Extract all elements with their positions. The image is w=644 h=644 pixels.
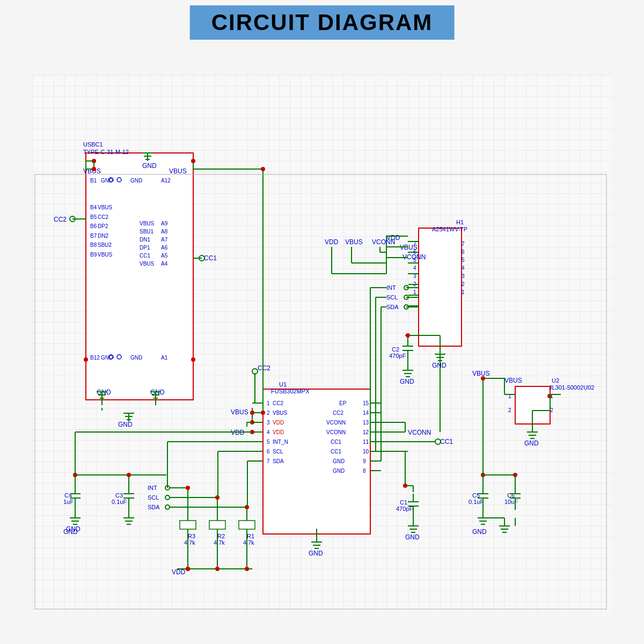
svg-text:A2541WV-7P: A2541WV-7P bbox=[432, 226, 467, 232]
svg-text:1uF: 1uF bbox=[63, 499, 74, 505]
svg-text:GND: GND bbox=[400, 378, 414, 385]
svg-text:B7: B7 bbox=[90, 233, 97, 239]
svg-text:R1: R1 bbox=[247, 533, 254, 539]
svg-text:C3: C3 bbox=[115, 492, 123, 499]
svg-point-346 bbox=[261, 411, 265, 415]
svg-text:VDD: VDD bbox=[325, 238, 339, 246]
svg-text:4.7k: 4.7k bbox=[184, 539, 195, 546]
svg-point-370 bbox=[186, 567, 190, 571]
svg-text:3: 3 bbox=[267, 420, 270, 426]
svg-point-277 bbox=[165, 495, 170, 500]
svg-text:0.1uF: 0.1uF bbox=[469, 499, 484, 505]
svg-text:CC1: CC1 bbox=[140, 253, 150, 259]
svg-text:C2: C2 bbox=[392, 346, 399, 353]
svg-text:SDA: SDA bbox=[386, 304, 399, 310]
svg-text:VBUS: VBUS bbox=[472, 370, 490, 377]
svg-text:GND: GND bbox=[142, 162, 157, 170]
svg-text:1: 1 bbox=[267, 400, 270, 406]
svg-point-278 bbox=[165, 505, 170, 509]
svg-text:6: 6 bbox=[267, 449, 270, 455]
svg-text:GND: GND bbox=[333, 458, 345, 464]
svg-text:C1: C1 bbox=[400, 499, 407, 506]
svg-text:VBUS: VBUS bbox=[273, 410, 288, 416]
svg-text:DP2: DP2 bbox=[98, 223, 108, 229]
svg-text:VBUS: VBUS bbox=[231, 408, 248, 416]
svg-rect-0 bbox=[86, 153, 193, 400]
svg-point-272 bbox=[245, 567, 249, 571]
svg-text:12: 12 bbox=[363, 429, 369, 435]
svg-text:VCONN: VCONN bbox=[326, 429, 346, 435]
svg-text:15: 15 bbox=[363, 400, 369, 406]
svg-text:4.7k: 4.7k bbox=[214, 539, 225, 546]
svg-text:VDD: VDD bbox=[273, 429, 284, 435]
svg-text:R2: R2 bbox=[217, 533, 225, 539]
svg-text:GND: GND bbox=[333, 468, 345, 474]
svg-text:SDA: SDA bbox=[148, 504, 160, 510]
svg-text:5: 5 bbox=[267, 439, 270, 445]
svg-text:INT: INT bbox=[386, 284, 396, 291]
svg-rect-257 bbox=[209, 521, 225, 529]
svg-text:CC2: CC2 bbox=[98, 214, 108, 220]
svg-text:8: 8 bbox=[363, 468, 366, 474]
svg-text:6: 6 bbox=[462, 249, 465, 255]
svg-text:10uF: 10uF bbox=[504, 499, 518, 505]
svg-text:2: 2 bbox=[267, 410, 270, 416]
svg-point-382 bbox=[92, 167, 96, 171]
svg-point-281 bbox=[186, 486, 190, 490]
svg-text:VDD: VDD bbox=[273, 420, 284, 426]
svg-text:5: 5 bbox=[413, 257, 416, 263]
page-title: CIRCUIT DIAGRAM bbox=[211, 10, 433, 35]
svg-text:GND: GND bbox=[309, 550, 323, 557]
svg-text:GND: GND bbox=[524, 440, 539, 447]
svg-text:CC1: CC1 bbox=[204, 254, 217, 262]
svg-text:B8: B8 bbox=[90, 242, 97, 248]
circuit-diagram: USBC1 TYPE-C-31-M-12 B1 B4 B5 B6 B7 B8 B… bbox=[32, 75, 612, 612]
svg-text:INT: INT bbox=[148, 485, 157, 491]
svg-text:10: 10 bbox=[363, 449, 369, 455]
svg-text:A7: A7 bbox=[161, 237, 168, 243]
svg-text:4: 4 bbox=[267, 429, 270, 435]
svg-text:INT_N: INT_N bbox=[273, 439, 288, 445]
svg-text:DP1: DP1 bbox=[140, 245, 150, 251]
svg-text:CC1: CC1 bbox=[331, 439, 341, 445]
svg-text:CC1: CC1 bbox=[331, 449, 341, 455]
svg-point-73 bbox=[191, 357, 195, 362]
svg-text:FUSB302MPX: FUSB302MPX bbox=[271, 388, 310, 394]
svg-text:A8: A8 bbox=[161, 229, 168, 235]
svg-text:SCL: SCL bbox=[273, 449, 283, 455]
svg-text:VCONN: VCONN bbox=[372, 238, 395, 246]
svg-text:GND: GND bbox=[432, 362, 447, 369]
svg-text:VCONN: VCONN bbox=[408, 429, 431, 436]
svg-text:SBU1: SBU1 bbox=[140, 229, 154, 235]
svg-text:11: 11 bbox=[363, 439, 369, 445]
svg-text:DN2: DN2 bbox=[98, 233, 108, 239]
svg-text:0.1uF: 0.1uF bbox=[112, 499, 127, 505]
svg-text:2: 2 bbox=[508, 407, 511, 413]
svg-text:VCONN: VCONN bbox=[326, 420, 346, 426]
svg-text:B5: B5 bbox=[90, 214, 97, 220]
svg-text:GND: GND bbox=[130, 355, 142, 361]
svg-text:CC1: CC1 bbox=[440, 438, 453, 445]
svg-text:VBUS: VBUS bbox=[98, 204, 113, 210]
svg-point-369 bbox=[261, 167, 265, 171]
svg-text:1: 1 bbox=[462, 289, 465, 295]
svg-text:4: 4 bbox=[462, 265, 465, 271]
svg-text:7: 7 bbox=[462, 241, 465, 247]
svg-text:A12: A12 bbox=[161, 178, 171, 184]
svg-text:B4: B4 bbox=[90, 204, 97, 210]
svg-text:VBUS: VBUS bbox=[504, 377, 522, 384]
svg-text:A9: A9 bbox=[161, 221, 168, 226]
svg-text:1: 1 bbox=[413, 289, 416, 295]
svg-text:B12: B12 bbox=[90, 355, 100, 361]
svg-text:DN1: DN1 bbox=[140, 237, 150, 243]
svg-point-271 bbox=[215, 567, 219, 571]
svg-text:CC2: CC2 bbox=[333, 410, 343, 416]
svg-text:U2: U2 bbox=[552, 377, 559, 384]
svg-point-331 bbox=[403, 484, 407, 488]
svg-text:4: 4 bbox=[413, 265, 416, 271]
svg-text:A6: A6 bbox=[161, 245, 168, 251]
svg-point-51 bbox=[191, 159, 195, 163]
svg-text:SBU2: SBU2 bbox=[98, 242, 112, 248]
svg-text:GND: GND bbox=[118, 421, 133, 428]
svg-text:GND: GND bbox=[66, 525, 80, 533]
